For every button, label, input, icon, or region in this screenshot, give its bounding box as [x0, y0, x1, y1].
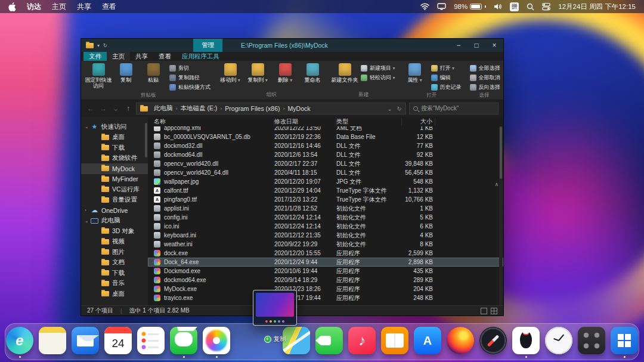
ribbon-button-粘贴[interactable]: 粘贴 [140, 61, 167, 91]
file-row-weather.ini[interactable]: weather.ini2020/9/22 19:29初始化文件8 KB [148, 240, 503, 249]
tab-文件[interactable]: 文件 [83, 52, 107, 61]
column-header-大小[interactable]: 大小 [402, 117, 435, 126]
breadcrumb-此电脑[interactable]: 此电脑 [154, 104, 173, 113]
file-row-config.ini[interactable]: config.ini2020/12/24 12:14初始化文件5 KB [148, 213, 503, 222]
ribbon-button-移动到[interactable]: 移动到 ▾ [216, 61, 244, 91]
scrollbar-thumb[interactable] [500, 126, 502, 179]
menu-item-3[interactable]: 查看 [102, 2, 116, 12]
manage-contextual-tab[interactable]: 管理 [193, 39, 222, 52]
dock-launchpad[interactable] [578, 325, 605, 358]
input-method-icon[interactable]: 拼 [510, 2, 519, 11]
file-row-Dock_64.exe[interactable]: Dock_64.exe2020/12/24 9:44应用程序2,898 KB [148, 258, 503, 267]
column-header-修改日期[interactable]: 修改日期 [274, 117, 336, 126]
dock-messages[interactable] [170, 325, 197, 358]
dock-photos[interactable] [203, 325, 230, 358]
column-header-类型[interactable]: 类型 [336, 117, 402, 126]
chevron-icon[interactable]: ⌄ [85, 218, 91, 224]
menu-item-0[interactable]: 访达 [27, 2, 41, 12]
ribbon-button-删除[interactable]: 删除 ▾ [271, 61, 299, 91]
sidebar-item-pictures[interactable]: 图片 [81, 247, 148, 258]
ribbon-button-历史记录[interactable]: 历史记录 [431, 83, 462, 91]
menu-item-1[interactable]: 主页 [52, 2, 66, 12]
titlebar[interactable]: ▾ ↻ 管理 E:\Program Files (x86)\MyDock − □… [81, 39, 503, 52]
ribbon-button-新建文件夹[interactable]: 新建文件夹 [331, 61, 358, 91]
dock-edge[interactable] [6, 325, 33, 358]
up-button[interactable]: ↑ [123, 104, 133, 113]
dock-firefox[interactable] [447, 325, 474, 358]
sidebar-item-documents[interactable]: 文档 [81, 258, 148, 268]
apple-menu-icon[interactable] [8, 2, 16, 11]
breadcrumb-MyDock[interactable]: MyDock [288, 105, 311, 112]
file-row-MyDock.exe[interactable]: MyDock.exe2020/12/23 18:26应用程序204 KB [148, 284, 503, 293]
ribbon-button-轻松访问[interactable]: 轻松访问 ▾ [361, 74, 395, 82]
file-row-trayico.exe[interactable]: trayico.exe2019/10/17 19:44应用程序248 KB [148, 293, 503, 302]
dock-music[interactable] [348, 325, 376, 358]
tab-共享[interactable]: 共享 [130, 52, 153, 61]
dock-qq[interactable] [512, 325, 540, 358]
file-row-Dockmod.exe[interactable]: Dockmod.exe2020/10/6 19:44应用程序435 KB [148, 267, 503, 276]
recent-locations-icon[interactable]: ⌄ [111, 104, 120, 113]
file-row-dock.exe[interactable]: dock.exe2020/12/20 15:55应用程序2,599 KB [148, 249, 503, 258]
sidebar-item-this-pc[interactable]: ⌄此电脑 [81, 216, 148, 227]
file-row-appconfig.xml[interactable]: appconfig.xml2020/12/22 13:50XML 文档1 KB [148, 126, 503, 132]
minimize-button[interactable]: − [450, 39, 467, 52]
file-row-keyboard.ini[interactable]: keyboard.ini2020/12/12 21:35初始化文件4 KB [148, 231, 503, 240]
dock-safari[interactable] [479, 325, 507, 358]
display-mirroring-icon[interactable] [437, 3, 446, 10]
wifi-icon[interactable] [420, 3, 429, 10]
maximize-button[interactable]: □ [467, 39, 485, 52]
dock-appstore[interactable] [414, 325, 441, 358]
file-row-ico.ini[interactable]: ico.ini2020/12/24 12:14初始化文件6 KB [148, 222, 503, 231]
close-button[interactable]: × [485, 39, 503, 52]
back-button[interactable]: ← [86, 104, 95, 113]
sidebar-item-desktop-pin[interactable]: 桌面 [81, 132, 148, 143]
ribbon-button-粘贴快捷方式[interactable]: 粘贴快捷方式 [169, 83, 210, 91]
dock-reminders[interactable] [137, 325, 165, 358]
dock-windows[interactable] [611, 325, 638, 358]
forward-button[interactable]: → [98, 104, 108, 113]
sidebar-item-downloads[interactable]: 下载 [81, 268, 148, 279]
breadcrumb-Program Files (x86)[interactable]: Program Files (x86) [225, 105, 280, 112]
file-row-bc_00000LVSQV3ARNLT_05.db[interactable]: bc_00000LVSQV3ARNLT_05.db2020/12/19 22:3… [148, 132, 503, 141]
dock-clock[interactable] [545, 325, 572, 358]
refresh-icon[interactable]: ↻ [397, 106, 402, 112]
ribbon-button-重命名[interactable]: 重命名 [299, 61, 326, 91]
details-view-icon[interactable] [481, 308, 487, 314]
sidebar-item-volume-settings[interactable]: 音量设置 [81, 195, 148, 206]
search-icon[interactable] [527, 3, 534, 11]
file-row-pingfang0.ttf[interactable]: pingfang0.ttf2017/12/3 13:22TrueType 字体文… [148, 195, 503, 204]
sidebar-item-vc-runtime[interactable]: VC运行库 [81, 184, 148, 195]
ribbon-button-编辑[interactable]: 编辑 [431, 74, 462, 82]
file-row-wallpaper.jpg[interactable]: wallpaper.jpg2020/12/20 19:07JPG 文件548 K… [148, 177, 503, 186]
breadcrumb-本地磁盘 (E:)[interactable]: 本地磁盘 (E:) [181, 104, 218, 113]
file-row-dockmod32.dll[interactable]: dockmod32.dll2020/12/16 14:46DLL 文件77 KB [148, 141, 503, 150]
ribbon-button-复制到[interactable]: 复制到 ▾ [244, 61, 271, 91]
volume-icon[interactable] [494, 3, 502, 10]
sidebar-item-downloads-pin[interactable]: 下载 [81, 143, 148, 153]
search-box[interactable]: 搜索"MyDock" [409, 103, 499, 115]
sidebar-scrollbar[interactable] [145, 123, 147, 157]
file-row-calfont.ttf[interactable]: calfont.ttf2020/12/29 14:04TrueType 字体文件… [148, 186, 503, 195]
sidebar-item-music[interactable]: 音乐 [81, 279, 148, 289]
dock-books[interactable] [381, 325, 408, 358]
sidebar-item-quick-access[interactable]: ⌄★快速访问 [81, 122, 148, 132]
ribbon-button-属性[interactable]: 属性 ▾ [401, 61, 429, 91]
column-header-名称[interactable]: 名称 [154, 117, 274, 126]
file-row-dockmod64.exe[interactable]: dockmod64.exe2020/9/14 18:29应用程序289 KB [148, 276, 503, 284]
ribbon-button-打开[interactable]: 打开 ▾ [431, 64, 462, 72]
sidebar-item-hot-software[interactable]: 发烧软件 [81, 153, 148, 164]
sidebar-item-3d-objects[interactable]: 3D 对象 [81, 226, 148, 237]
tab-查看[interactable]: 查看 [153, 52, 177, 61]
sidebar-item-mydock[interactable]: MyDock [81, 163, 148, 174]
control-center-icon[interactable] [542, 2, 550, 11]
sidebar-item-onedrive[interactable]: ›☁OneDrive [81, 205, 148, 216]
chevron-icon[interactable]: › [85, 208, 91, 213]
ribbon-button-复制[interactable]: 复制 [112, 61, 140, 91]
ribbon-button-固定到快速访问[interactable]: 固定到快速访问 [85, 61, 112, 91]
dock-calendar[interactable] [104, 325, 132, 358]
ribbon-button-复制路径[interactable]: 复制路径 [169, 74, 210, 82]
battery-indicator[interactable]: 98% [454, 3, 486, 10]
file-row-opencv_world420_64.dll[interactable]: opencv_world420_64.dll2020/4/11 18:15DLL… [148, 168, 503, 177]
ribbon-button-剪切[interactable]: 剪切 [169, 64, 210, 72]
file-list-scrollbar[interactable] [499, 126, 503, 305]
